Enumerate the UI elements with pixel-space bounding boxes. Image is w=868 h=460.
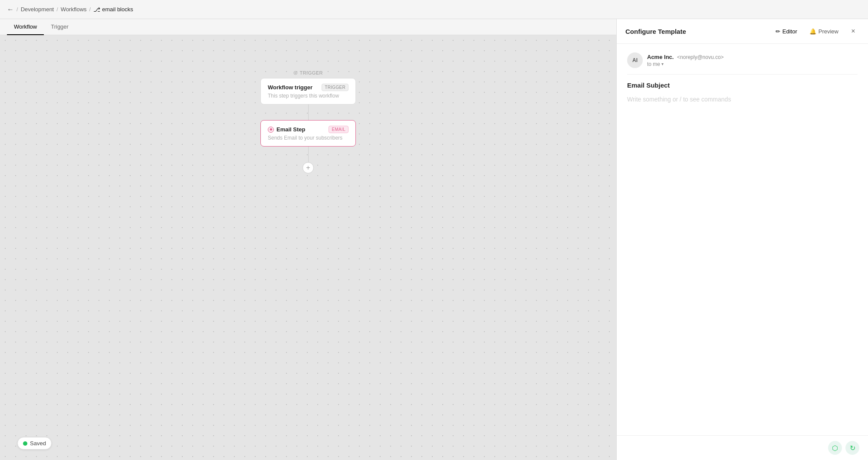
connector-1 xyxy=(308,104,309,120)
email-step-title: Email Step xyxy=(268,126,305,133)
separator-3: / xyxy=(89,6,91,13)
workflow-canvas[interactable]: ◎ TRIGGER Workflow trigger TRIGGER This … xyxy=(0,35,616,460)
tab-trigger[interactable]: Trigger xyxy=(44,19,76,35)
add-step-button[interactable]: + xyxy=(302,162,314,173)
email-step-desc: Sends Email to your subscribers xyxy=(268,135,349,141)
right-panel-header: Configure Template ✏ Editor 🔔 Preview × xyxy=(617,19,868,44)
footer-icon-1[interactable]: ⬡ xyxy=(828,441,842,455)
breadcrumb-workflows[interactable]: Workflows xyxy=(61,6,87,13)
separator-1: / xyxy=(16,6,18,13)
saved-label: Saved xyxy=(30,440,46,447)
breadcrumb-current: ⎇ email blocks xyxy=(93,6,133,13)
canvas-area: Workflow Trigger ◎ TRIGGER Workflow trig… xyxy=(0,19,616,460)
trigger-node: ◎ TRIGGER Workflow trigger TRIGGER This … xyxy=(260,70,356,104)
saved-dot-icon xyxy=(23,441,27,446)
trigger-card-title: Workflow trigger xyxy=(268,84,312,91)
to-label: to me xyxy=(647,61,660,67)
trigger-label: ◎ TRIGGER xyxy=(293,70,323,75)
to-line[interactable]: to me ▾ xyxy=(647,61,724,67)
email-icon-dot xyxy=(268,127,274,133)
preview-icon: 🔔 xyxy=(809,28,816,35)
tabs-bar: Workflow Trigger xyxy=(0,19,616,35)
email-compose: AI Acme Inc. <noreply@novu.co> to me ▾ E… xyxy=(617,44,868,435)
right-panel: Configure Template ✏ Editor 🔔 Preview × … xyxy=(616,19,868,460)
trigger-card-header: Workflow trigger TRIGGER xyxy=(268,84,349,91)
breadcrumb: ← / Development / Workflows / ⎇ email bl… xyxy=(7,6,133,13)
trigger-label-text: TRIGGER xyxy=(299,70,323,75)
email-from: AI Acme Inc. <noreply@novu.co> to me ▾ xyxy=(627,52,858,75)
trigger-badge: TRIGGER xyxy=(322,84,349,91)
editor-button[interactable]: ✏ Editor xyxy=(772,26,801,36)
sender-name: Acme Inc. xyxy=(647,54,674,60)
connector-2 xyxy=(308,147,309,162)
from-info: Acme Inc. <noreply@novu.co> to me ▾ xyxy=(647,54,724,67)
email-body-placeholder[interactable]: Write something or / to see commands xyxy=(627,94,858,104)
close-panel-button[interactable]: × xyxy=(847,25,859,37)
back-button[interactable]: ← xyxy=(7,6,14,13)
preview-label: Preview xyxy=(819,28,838,35)
email-step-title-text: Email Step xyxy=(276,126,305,133)
breadcrumb-development[interactable]: Development xyxy=(21,6,54,13)
trigger-card[interactable]: Workflow trigger TRIGGER This step trigg… xyxy=(260,78,356,104)
top-nav: ← / Development / Workflows / ⎇ email bl… xyxy=(0,0,868,19)
from-name: Acme Inc. <noreply@novu.co> xyxy=(647,54,724,60)
to-chevron-icon: ▾ xyxy=(661,62,664,66)
breadcrumb-current-label: email blocks xyxy=(102,6,133,13)
workflow-container: ◎ TRIGGER Workflow trigger TRIGGER This … xyxy=(260,70,356,173)
email-step-card-header: Email Step EMAIL xyxy=(268,126,349,133)
main-layout: Workflow Trigger ◎ TRIGGER Workflow trig… xyxy=(0,19,868,460)
footer-icon-1-symbol: ⬡ xyxy=(832,444,838,452)
right-panel-footer: ⬡ ↻ xyxy=(617,435,868,460)
footer-icon-2-symbol: ↻ xyxy=(850,444,855,452)
preview-button[interactable]: 🔔 Preview xyxy=(806,26,842,36)
avatar: AI xyxy=(627,52,643,68)
tab-workflow[interactable]: Workflow xyxy=(7,19,44,35)
saved-badge: Saved xyxy=(17,437,52,450)
email-subject-label: Email Subject xyxy=(627,82,858,89)
email-step-node: Email Step EMAIL Sends Email to your sub… xyxy=(260,120,356,147)
trigger-circle-icon: ◎ xyxy=(293,70,298,75)
editor-icon: ✏ xyxy=(776,28,780,35)
workflow-icon: ⎇ xyxy=(93,6,100,13)
right-panel-title: Configure Template xyxy=(625,28,686,35)
email-badge: EMAIL xyxy=(329,126,349,133)
separator-2: / xyxy=(56,6,58,13)
sender-email: <noreply@novu.co> xyxy=(677,54,724,60)
email-step-card[interactable]: Email Step EMAIL Sends Email to your sub… xyxy=(260,120,356,147)
right-panel-actions: ✏ Editor 🔔 Preview × xyxy=(772,25,859,37)
trigger-card-desc: This step triggers this workflow xyxy=(268,93,349,99)
editor-label: Editor xyxy=(783,28,797,35)
footer-icon-2[interactable]: ↻ xyxy=(845,441,859,455)
